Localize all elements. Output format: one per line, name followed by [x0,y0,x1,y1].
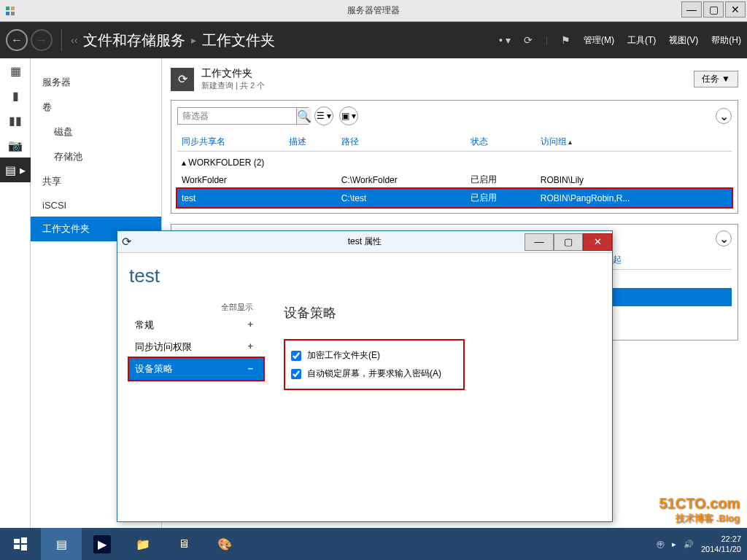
taskbar-network[interactable]: 🖥 [163,528,204,560]
dialog-heading: test [129,265,263,287]
dialog-nav-device[interactable]: 设备策略– [129,358,263,380]
minimize-button[interactable]: — [681,1,702,18]
menu-manage[interactable]: 管理(M) [584,34,614,47]
col-desc[interactable]: 描述 [285,133,337,152]
start-button[interactable] [0,528,41,560]
taskbar-server-manager[interactable]: ▤ [41,528,82,560]
svg-rect-3 [11,12,15,15]
svg-rect-7 [21,545,27,551]
col-name[interactable]: 同步共享名 [177,133,285,152]
back-button[interactable]: ← [6,29,28,51]
filter-input[interactable] [178,108,296,124]
refresh-icon[interactable]: ⟳ [524,34,533,46]
sidebar-item-volumes[interactable]: 卷 [31,95,161,120]
checkbox-encrypt[interactable]: 加密工作文件夹(E) [291,346,441,365]
tray-flag-icon[interactable]: ▸ [672,540,676,549]
svg-rect-2 [6,12,9,15]
col-status[interactable]: 状态 [466,133,536,152]
show-all-link[interactable]: 全部显示 [129,302,263,313]
dropdown-icon[interactable]: • ▾ [499,34,511,46]
dialog-minimize-button[interactable]: — [525,233,554,251]
sync-icon: ⟳ [171,68,194,91]
maximize-button[interactable]: ▢ [703,1,724,18]
header: ← → ‹‹ 文件和存储服务 ▸ 工作文件夹 • ▾ ⟳ | ⚑ 管理(M) 工… [0,22,747,58]
icon-rail: ▦ ▮ ▮▮ 📷 ▤ ▸ [0,58,31,528]
col-path[interactable]: 路径 [337,133,467,152]
tray-ime-icon[interactable]: ㊥ [657,539,665,550]
filter-box: 🔍 [177,107,309,125]
svg-rect-1 [11,7,15,10]
rail-local-icon[interactable]: ▮ [0,83,31,108]
list-panel: 🔍 ☰ ▾ ▣ ▾ ⌄ 同步共享名 描述 路径 状态 访问组 ▴ WORKFOL… [171,100,738,214]
tasks-dropdown[interactable]: 任务 ▼ [694,71,738,88]
table-row[interactable]: testC:\test已启用ROBIN\PangRobin,R... [177,189,732,207]
sidebar-item-shares[interactable]: 共享 [31,169,161,194]
section-title: 工作文件夹 [201,67,265,80]
breadcrumb-root[interactable]: 文件和存储服务 [83,31,185,50]
dialog-close-button[interactable]: ✕ [583,233,612,251]
flag-icon[interactable]: ⚑ [561,34,570,46]
workfolders-table: 同步共享名 描述 路径 状态 访问组 ▴ WORKFOLDER (2) Work… [177,133,732,207]
group-header[interactable]: ▴ WORKFOLDER (2) [177,152,732,171]
checkbox-encrypt-input[interactable] [291,351,301,361]
dialog-nav-general[interactable]: 常规+ [129,314,263,336]
rail-camera-icon[interactable]: 📷 [0,133,31,158]
sidebar-item-pools[interactable]: 存储池 [31,144,161,169]
dialog-nav-access[interactable]: 同步访问权限+ [129,336,263,358]
app-icon [3,4,18,18]
rail-dashboard-icon[interactable]: ▦ [0,58,31,83]
checkbox-lock-input[interactable] [291,369,301,379]
tray-sound-icon[interactable]: 🔊 [684,540,694,549]
dialog-title: test 属性 [348,236,382,248]
filter-options-button[interactable]: ☰ ▾ [314,106,333,125]
sidebar-item-disks[interactable]: 磁盘 [31,120,161,144]
dialog-maximize-button[interactable]: ▢ [554,233,583,251]
expand-button[interactable]: ⌄ [716,108,732,124]
forward-button[interactable]: → [31,29,53,51]
window-title: 服务器管理器 [347,4,400,17]
menu-help[interactable]: 帮助(H) [711,34,741,47]
clock[interactable]: 22:27 2014/11/20 [701,534,741,554]
close-button[interactable]: ✕ [725,1,746,18]
breadcrumb-leaf[interactable]: 工作文件夹 [202,31,275,50]
svg-rect-5 [21,537,27,543]
save-view-button[interactable]: ▣ ▾ [339,106,358,125]
chevron-right-icon: ▸ [191,34,196,46]
dialog-section-title: 设备策略 [284,304,597,322]
section-subtitle: 新建查询 | 共 2 个 [201,80,265,91]
svg-rect-0 [6,7,9,10]
rail-all-icon[interactable]: ▮▮ [0,108,31,133]
dialog-icon: ⟳ [117,235,135,249]
taskbar-paint[interactable]: 🎨 [204,528,245,560]
col-group[interactable]: 访问组 [536,133,732,152]
taskbar: ▤ ▶ 📁 🖥 🎨 ㊥ ▸ 🔊 22:27 2014/11/20 [0,528,747,560]
rail-storage-icon[interactable]: ▤ ▸ [0,158,31,182]
svg-rect-4 [14,539,20,543]
titlebar: 服务器管理器 — ▢ ✕ [0,0,747,22]
svg-rect-6 [14,545,20,549]
taskbar-explorer[interactable]: 📁 [123,528,163,560]
sidebar-item-iscsi[interactable]: iSCSI [31,194,161,217]
watermark: 51CTO.com 技术博客 .Blog [659,495,740,525]
checkbox-lock[interactable]: 自动锁定屏幕，并要求输入密码(A) [291,365,441,383]
sidebar-item-servers[interactable]: 服务器 [31,70,161,95]
menu-view[interactable]: 视图(V) [669,34,698,47]
search-icon[interactable]: 🔍 [296,108,311,124]
taskbar-powershell[interactable]: ▶ [82,528,123,560]
properties-dialog: ⟳ test 属性 — ▢ ✕ test 全部显示 常规+ 同步访问权限+ 设备… [117,230,613,522]
lower-expand-button[interactable]: ⌄ [716,230,732,246]
chevron-icon: ‹‹ [71,34,77,46]
menu-tools[interactable]: 工具(T) [627,34,656,47]
table-row[interactable]: WorkFolderC:\WorkFolder已启用ROBIN\Lily [177,171,732,189]
